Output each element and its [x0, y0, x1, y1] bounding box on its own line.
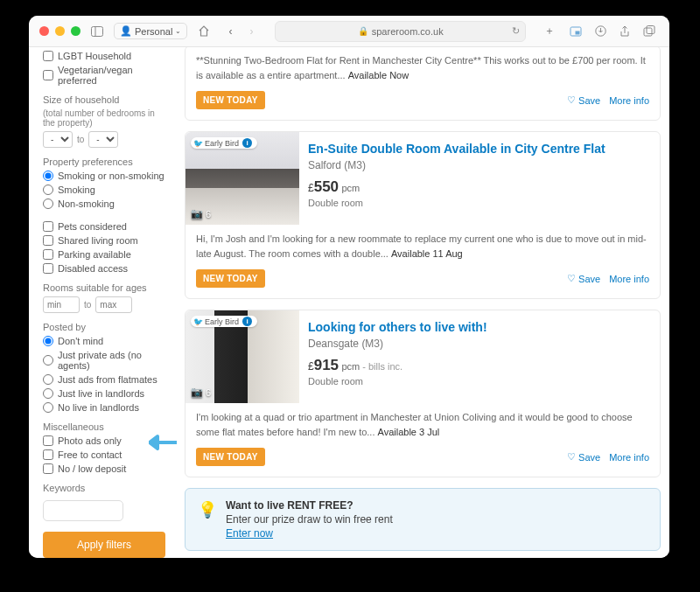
save-link[interactable]: ♡Save [567, 451, 600, 463]
subtext-household-size: (total number of bedrooms in the propert… [43, 108, 169, 128]
availability: Available 3 Jul [378, 427, 440, 437]
to-label: to [77, 135, 84, 144]
page-content: LGBT Household Vegetarian/vegan preferre… [29, 47, 669, 558]
new-today-badge: NEW TODAY [196, 448, 265, 466]
new-today-badge: NEW TODAY [196, 91, 265, 109]
heart-icon: ♡ [567, 273, 576, 284]
tabs-button[interactable] [640, 22, 659, 41]
radio-smoke-any[interactable]: Smoking or non-smoking [43, 171, 169, 181]
room-type: Double room [308, 198, 649, 208]
plus-icon: ＋ [544, 24, 555, 38]
listing-info: En-Suite Double Room Available in City C… [308, 132, 660, 225]
photo-count: 📷 6 [191, 208, 211, 219]
filters-sidebar: LGBT Household Vegetarian/vegan preferre… [29, 47, 176, 558]
early-bird-badge: 🐦 Early Bird i [191, 137, 257, 149]
listing-info: Looking for others to live with! Deansga… [308, 310, 660, 403]
radio-private[interactable]: Just private ads (no agents) [43, 350, 169, 371]
photo-count: 📷 6 [191, 387, 211, 398]
home-button[interactable] [194, 22, 214, 41]
sidebar-toggle-button[interactable] [88, 22, 107, 41]
radio-nolivein[interactable]: No live in landlords [43, 402, 169, 413]
promo-link[interactable]: Enter now [226, 527, 273, 540]
chevron-right-icon: › [249, 25, 253, 38]
new-today-badge: NEW TODAY [196, 269, 265, 288]
size-min-select[interactable]: - [43, 131, 73, 148]
bird-icon: 🐦 [193, 139, 203, 148]
listing-title[interactable]: Looking for others to live with! [308, 319, 649, 335]
chk-photo-only[interactable]: Photo ads only [43, 435, 169, 446]
info-icon[interactable]: i [242, 317, 252, 326]
chevron-left-icon: ‹ [228, 25, 232, 38]
svg-rect-5 [644, 28, 652, 36]
age-min-input[interactable] [43, 296, 80, 313]
chk-parking[interactable]: Parking available [43, 249, 169, 260]
info-icon[interactable]: i [242, 138, 252, 148]
promo-title: Want to live RENT FREE? [226, 499, 393, 512]
downloads-button[interactable] [591, 22, 610, 41]
chevron-down-icon: ⌄ [175, 27, 181, 35]
url-text: spareroom.co.uk [372, 26, 444, 37]
age-max-input[interactable] [95, 296, 132, 313]
tabs-icon [643, 25, 655, 37]
promo-body: Enter our prize draw to win free rent [226, 513, 393, 526]
chk-vegetarian[interactable]: Vegetarian/vegan preferred [43, 65, 169, 86]
profile-switcher[interactable]: 👤 Personal ⌄ [114, 23, 187, 39]
keywords-input[interactable] [43, 500, 123, 521]
save-link[interactable]: ♡Save [567, 94, 600, 106]
listing-card[interactable]: **Stunning Two-Bedroom Flat for Rent in … [185, 47, 661, 121]
radio-flatmates[interactable]: Just ads from flatmates [43, 374, 169, 385]
heading-ages: Rooms suitable for ages [43, 282, 169, 293]
save-link[interactable]: ♡Save [567, 273, 600, 284]
chk-shared-living[interactable]: Shared living room [43, 235, 169, 246]
chk-free-contact[interactable]: Free to contact [43, 449, 169, 460]
chk-disabled-access[interactable]: Disabled access [43, 263, 169, 274]
listing-card[interactable]: 🐦 Early Bird i 📷 6 En-Suite Double Room … [185, 131, 661, 299]
forward-button[interactable]: › [242, 22, 261, 41]
listing-price: £550 pcm [308, 178, 649, 196]
listing-photo[interactable]: 🐦 Early Bird i 📷 6 [186, 132, 299, 225]
to-label-2: to [84, 300, 91, 310]
availability: Available 11 Aug [391, 248, 463, 259]
lock-icon: 🔒 [358, 26, 368, 36]
listing-snippet: **Stunning Two-Bedroom Flat for Rent in … [186, 47, 660, 82]
pip-button[interactable] [566, 22, 585, 41]
chk-lgbt[interactable]: LGBT Household [43, 51, 169, 61]
radio-nonsmoking[interactable]: Non-smoking [43, 198, 169, 209]
bird-icon: 🐦 [193, 317, 203, 326]
chk-pets[interactable]: Pets considered [43, 221, 169, 232]
zoom-icon[interactable] [71, 26, 80, 36]
camera-icon: 📷 [191, 387, 203, 398]
listing-snippet: Hi, I'm Josh and I'm looking for a new r… [186, 225, 660, 261]
reload-icon[interactable]: ↻ [512, 25, 520, 37]
home-icon [198, 25, 210, 37]
listing-photo[interactable]: 🐦 Early Bird i 📷 6 [186, 310, 299, 403]
address-bar[interactable]: 🔒 spareroom.co.uk ↻ [275, 21, 526, 42]
radio-smoking[interactable]: Smoking [43, 185, 169, 195]
radio-dontmind[interactable]: Don't mind [43, 336, 169, 346]
household-size-range: - to - [43, 131, 169, 148]
more-info-link[interactable]: More info [609, 274, 649, 284]
listing-title[interactable]: En-Suite Double Room Available in City C… [308, 141, 649, 157]
chk-low-deposit[interactable]: No / low deposit [43, 463, 169, 474]
new-tab-button[interactable]: ＋ [540, 22, 559, 41]
close-icon[interactable] [39, 26, 49, 36]
svg-rect-6 [647, 26, 654, 34]
listing-location: Deansgate (M3) [308, 338, 649, 350]
more-info-link[interactable]: More info [609, 95, 649, 106]
profile-label: Personal [135, 26, 172, 37]
heading-household-size: Size of household [43, 94, 169, 105]
early-bird-badge: 🐦 Early Bird i [191, 316, 257, 327]
share-button[interactable] [615, 22, 634, 41]
minimize-icon[interactable] [55, 26, 65, 36]
svg-rect-3 [576, 31, 580, 34]
listing-card[interactable]: 🐦 Early Bird i 📷 6 Looking for others to… [185, 310, 661, 477]
apply-filters-button[interactable]: Apply filters [43, 532, 165, 558]
size-max-select[interactable]: - [88, 131, 118, 148]
promo-banner: 💡 Want to live RENT FREE? Enter our priz… [185, 488, 661, 551]
heading-posted-by: Posted by [43, 322, 169, 332]
room-type: Double room [308, 376, 649, 387]
window-controls [39, 26, 80, 36]
more-info-link[interactable]: More info [609, 452, 649, 463]
radio-livein[interactable]: Just live in landlords [43, 388, 169, 399]
back-button[interactable]: ‹ [220, 22, 240, 41]
